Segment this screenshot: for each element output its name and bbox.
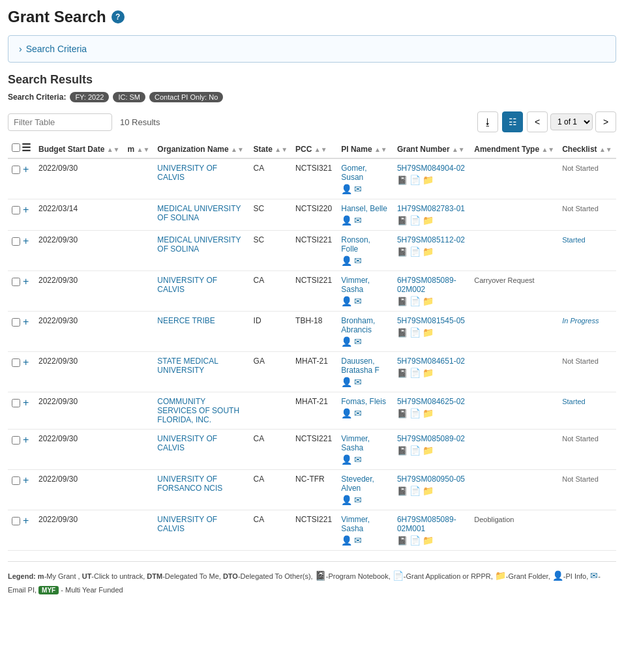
select-all-checkbox[interactable] [12, 143, 20, 152]
grant-application-icon[interactable]: 📄 [409, 175, 421, 185]
grant-folder-icon[interactable]: 📁 [423, 246, 434, 257]
pi-info-icon[interactable]: 👤 [341, 215, 352, 226]
add-icon[interactable]: + [23, 357, 29, 368]
program-notebook-icon[interactable]: 📓 [397, 536, 408, 546]
row-checkbox[interactable] [12, 436, 20, 445]
col-menu-header: ☰ [8, 138, 35, 158]
add-icon[interactable]: + [23, 316, 29, 328]
checklist-status: Not Started [558, 199, 616, 231]
email-pi-icon[interactable]: ✉ [354, 336, 362, 347]
email-pi-icon[interactable]: ✉ [354, 454, 362, 465]
grant-folder-icon[interactable]: 📁 [423, 327, 434, 338]
email-pi-icon[interactable]: ✉ [354, 495, 362, 505]
grant-folder-icon[interactable]: 📁 [423, 296, 434, 306]
pagination: < 1 of 1 > [527, 111, 616, 132]
grant-number: 5H79SM084625-02 📓 📄 📁 [393, 392, 470, 430]
program-notebook-icon[interactable]: 📓 [397, 446, 408, 456]
pi-info-icon[interactable]: 👤 [341, 535, 352, 546]
grid-view-button[interactable]: ☷ [502, 111, 523, 132]
row-checkbox[interactable] [12, 318, 20, 327]
grant-application-icon[interactable]: 📄 [409, 535, 421, 546]
state: CA [250, 271, 291, 312]
row-checkbox[interactable] [12, 399, 20, 407]
email-pi-icon[interactable]: ✉ [354, 377, 362, 387]
grant-application-icon[interactable]: 📄 [409, 368, 421, 378]
filter-input[interactable] [8, 113, 112, 131]
pi-name: Gomer, Susan 👤 ✉ [337, 158, 393, 199]
row-checkbox[interactable] [12, 278, 20, 286]
table-row: +2022/09/30UNIVERSITY OF CALVISCANCTSI22… [8, 510, 616, 551]
program-notebook-icon[interactable]: 📓 [397, 328, 408, 338]
pi-info-icon[interactable]: 👤 [341, 256, 352, 266]
grant-folder-icon[interactable]: 📁 [423, 445, 434, 456]
checklist-status: Not Started [558, 158, 616, 199]
grant-application-icon[interactable]: 📄 [409, 486, 421, 496]
email-pi-icon[interactable]: ✉ [354, 184, 362, 194]
pi-info-icon[interactable]: 👤 [341, 495, 352, 505]
email-pi-icon[interactable]: ✉ [354, 256, 362, 266]
program-notebook-icon[interactable]: 📓 [397, 247, 408, 257]
search-criteria-panel[interactable]: › Search Criteria [8, 35, 616, 63]
pi-name: Hansel, Belle 👤 ✉ [337, 199, 393, 231]
grant-folder-icon[interactable]: 📁 [423, 408, 434, 418]
grant-application-icon[interactable]: 📄 [409, 408, 421, 418]
state: GA [250, 352, 291, 392]
pi-info-icon[interactable]: 👤 [341, 408, 352, 418]
email-pi-icon[interactable]: ✉ [354, 296, 362, 306]
add-icon[interactable]: + [23, 515, 29, 527]
program-notebook-icon[interactable]: 📓 [397, 216, 408, 226]
grant-application-icon[interactable]: 📄 [409, 215, 421, 226]
download-button[interactable]: ⭳ [477, 111, 498, 132]
email-pi-icon[interactable]: ✉ [354, 535, 362, 546]
grant-folder-icon[interactable]: 📁 [423, 215, 434, 226]
program-notebook-icon[interactable]: 📓 [397, 486, 408, 496]
col-state-header: State ▲▼ [250, 138, 291, 158]
program-notebook-icon[interactable]: 📓 [397, 297, 408, 306]
pcc: MHAT-21 [291, 392, 337, 430]
grant-application-icon[interactable]: 📄 [409, 327, 421, 338]
pi-name: Fomas, Fleis 👤 ✉ [337, 392, 393, 430]
state: ID [250, 312, 291, 352]
grant-application-icon[interactable]: 📄 [409, 246, 421, 257]
budget-date: 2022/09/30 [35, 510, 123, 551]
add-icon[interactable]: + [23, 434, 29, 446]
row-checkbox[interactable] [12, 206, 20, 214]
org-name: UNIVERSITY OF FORSANCO NCIS [153, 470, 249, 510]
org-name: STATE MEDICAL UNIVERSITY [153, 352, 249, 392]
email-pi-icon[interactable]: ✉ [354, 215, 362, 226]
program-notebook-icon[interactable]: 📓 [397, 175, 408, 185]
add-icon[interactable]: + [23, 397, 29, 409]
grant-folder-icon[interactable]: 📁 [423, 175, 434, 185]
add-icon[interactable]: + [23, 235, 29, 247]
row-checkbox[interactable] [12, 166, 20, 174]
row-checkbox[interactable] [12, 237, 20, 246]
program-notebook-icon[interactable]: 📓 [397, 368, 408, 378]
pcc: NCTSI221 [291, 510, 337, 551]
add-icon[interactable]: + [23, 204, 29, 216]
pi-info-icon[interactable]: 👤 [341, 454, 352, 465]
page-selector[interactable]: 1 of 1 [550, 113, 593, 130]
pi-info-icon[interactable]: 👤 [341, 377, 352, 387]
program-notebook-icon[interactable]: 📓 [397, 409, 408, 418]
pi-info-icon[interactable]: 👤 [341, 296, 352, 306]
add-icon[interactable]: + [23, 276, 29, 287]
grant-folder-icon[interactable]: 📁 [423, 486, 434, 496]
row-checkbox[interactable] [12, 517, 20, 525]
prev-page-button[interactable]: < [527, 111, 548, 132]
column-menu-icon[interactable]: ☰ [22, 141, 31, 154]
help-icon[interactable]: ? [111, 10, 125, 23]
pi-info-icon[interactable]: 👤 [341, 336, 352, 347]
add-icon[interactable]: + [23, 475, 29, 486]
pi-info-icon[interactable]: 👤 [341, 184, 352, 194]
row-checkbox[interactable] [12, 358, 20, 367]
grant-application-icon[interactable]: 📄 [409, 445, 421, 456]
grant-folder-icon[interactable]: 📁 [423, 535, 434, 546]
add-icon[interactable]: + [23, 164, 29, 175]
email-pi-icon[interactable]: ✉ [354, 408, 362, 418]
row-checkbox[interactable] [12, 476, 20, 485]
grant-folder-icon[interactable]: 📁 [423, 368, 434, 378]
grant-application-icon[interactable]: 📄 [409, 296, 421, 306]
my-grant-indicator [123, 312, 153, 352]
table-row: +2022/09/30UNIVERSITY OF CALVISCANCTSI22… [8, 271, 616, 312]
next-page-button[interactable]: > [595, 111, 616, 132]
